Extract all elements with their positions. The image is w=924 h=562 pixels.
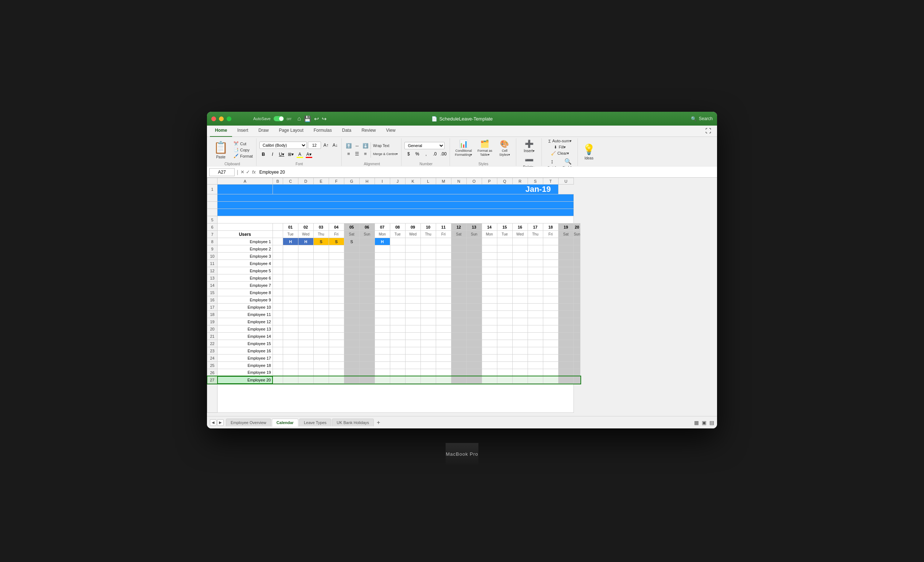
add-sheet-button[interactable]: + <box>375 419 382 427</box>
cell-day-tue2[interactable]: Tue <box>390 231 405 238</box>
increase-decimal-button[interactable]: .00 <box>440 150 447 158</box>
view-break-icon[interactable]: ▤ <box>710 420 714 426</box>
cell-day-wed1[interactable]: Wed <box>298 231 314 238</box>
sheet-nav-left[interactable]: ◀ <box>210 419 216 426</box>
cell-reference-input[interactable] <box>209 168 235 176</box>
clear-button[interactable]: 🧹 Clear▾ <box>550 151 570 156</box>
search-icon[interactable]: 🔍 <box>691 116 697 121</box>
cell-date-19[interactable]: 19 <box>558 224 573 231</box>
align-bottom-button[interactable]: ⬇️ <box>362 142 369 149</box>
comma-button[interactable]: , <box>422 150 430 158</box>
cell-A1[interactable]: ScheduleLeave.com <box>218 185 273 194</box>
formula-input[interactable] <box>258 169 715 175</box>
cell-A27-selected[interactable]: Employee 20 <box>218 377 273 384</box>
maximize-button[interactable] <box>226 117 231 121</box>
cell-B8[interactable] <box>273 238 283 245</box>
cell-day-thu2[interactable]: Thu <box>420 231 436 238</box>
tab-home[interactable]: Home <box>210 126 232 137</box>
col-header-C[interactable]: C <box>283 178 298 185</box>
ribbon-expand-icon[interactable]: ⛶ <box>702 126 714 136</box>
increase-font-button[interactable]: A↑ <box>322 141 330 149</box>
align-right-button[interactable]: ≡ <box>362 150 369 158</box>
cell-day-sun1[interactable]: Sun <box>359 231 375 238</box>
cell-O8[interactable] <box>466 238 482 245</box>
cell-L8[interactable] <box>420 238 436 245</box>
font-family-select[interactable]: Calibri (Body) <box>260 142 307 149</box>
col-header-M[interactable]: M <box>436 178 451 185</box>
cell-date-06[interactable]: 06 <box>359 224 375 231</box>
insert-cells-button[interactable]: ➕ Insert▾ <box>519 138 539 154</box>
col-header-T[interactable]: T <box>543 178 558 185</box>
tab-view[interactable]: View <box>381 126 401 137</box>
col-header-H[interactable]: H <box>359 178 375 185</box>
cell-date-08[interactable]: 08 <box>390 224 405 231</box>
cell-styles-button[interactable]: 🎨 CellStyles▾ <box>495 138 514 158</box>
col-header-U[interactable]: U <box>558 178 573 185</box>
spreadsheet-area[interactable]: A B C D E F G H I J K L M N O <box>207 178 717 416</box>
copy-button[interactable]: 📑 Copy <box>232 147 254 152</box>
redo-icon[interactable]: ↪ <box>322 115 327 122</box>
cut-button[interactable]: ✂️ Cut <box>232 141 254 146</box>
cell-date-13[interactable]: 13 <box>466 224 482 231</box>
number-format-select[interactable]: General <box>404 142 444 149</box>
cancel-formula-icon[interactable]: ✕ <box>240 169 244 175</box>
cell-M8[interactable] <box>436 238 451 245</box>
cell-date-18[interactable]: 18 <box>543 224 558 231</box>
col-header-F[interactable]: F <box>328 178 344 185</box>
cell-J8[interactable] <box>390 238 405 245</box>
fill-button[interactable]: ⬇ Fill▾ <box>553 145 567 150</box>
cell-I8-H[interactable]: H <box>375 238 390 245</box>
sheet-tab-calendar[interactable]: Calendar <box>272 419 298 427</box>
cell-day-fri2[interactable]: Fri <box>436 231 451 238</box>
cell-B1[interactable]: Jan-19 <box>273 185 558 194</box>
cell-date-15[interactable]: 15 <box>497 224 512 231</box>
border-button[interactable]: ⊞▾ <box>287 150 295 158</box>
col-header-S[interactable]: S <box>528 178 543 185</box>
cell-B7[interactable] <box>273 231 283 238</box>
cell-A8[interactable]: Employee 1 <box>218 238 273 245</box>
cell-day-fri3[interactable]: Fri <box>543 231 558 238</box>
cell-date-03[interactable]: 03 <box>314 224 328 231</box>
col-header-I[interactable]: I <box>375 178 390 185</box>
col-header-K[interactable]: K <box>405 178 420 185</box>
tab-data[interactable]: Data <box>337 126 356 137</box>
align-top-button[interactable]: ⬆️ <box>345 142 353 149</box>
cell-G8-sat[interactable]: S <box>344 238 359 245</box>
cell-V8[interactable] <box>573 238 580 245</box>
view-layout-icon[interactable]: ▣ <box>702 420 706 426</box>
col-header-L[interactable]: L <box>420 178 436 185</box>
col-header-Q[interactable]: Q <box>497 178 512 185</box>
cell-A7[interactable]: Users <box>218 231 273 238</box>
view-normal-icon[interactable]: ▦ <box>694 420 699 426</box>
col-header-B[interactable]: B <box>273 178 283 185</box>
cell-day-mon2[interactable]: Mon <box>482 231 497 238</box>
cell-day-tue3[interactable]: Tue <box>497 231 512 238</box>
cell-day-sat3[interactable]: Sat <box>558 231 573 238</box>
cell-date-16[interactable]: 16 <box>512 224 528 231</box>
paste-button[interactable]: 📋 Paste <box>211 140 231 160</box>
cell-K8[interactable] <box>405 238 420 245</box>
align-middle-button[interactable]: ↔ <box>353 142 361 149</box>
cell-C8-H[interactable]: H <box>283 238 298 245</box>
merge-center-button[interactable]: Merge & Centre▾ <box>372 150 399 158</box>
cell-A9[interactable]: Employee 2 <box>218 245 273 253</box>
cell-row5[interactable] <box>218 216 574 224</box>
col-header-G[interactable]: G <box>344 178 359 185</box>
sheet-tab-uk-bank-holidays[interactable]: UK Bank Holidays <box>332 419 374 426</box>
tab-formulas[interactable]: Formulas <box>309 126 337 137</box>
site-link[interactable]: ScheduleLeave.com <box>220 186 270 192</box>
save-icon[interactable]: 💾 <box>304 115 311 122</box>
cell-day-mon1[interactable]: Mon <box>375 231 390 238</box>
format-painter-button[interactable]: 🖌️ Format <box>232 153 254 159</box>
cell-R8[interactable] <box>512 238 528 245</box>
font-color-button[interactable]: A▾ <box>305 150 313 158</box>
underline-button[interactable]: U▾ <box>278 150 286 158</box>
sheet-tab-leave-types[interactable]: Leave Types <box>299 419 331 426</box>
cell-H8-sun[interactable] <box>359 238 375 245</box>
cell-day-sat1[interactable]: Sat <box>344 231 359 238</box>
wrap-text-button[interactable]: Wrap Text <box>372 142 391 149</box>
close-button[interactable] <box>212 117 216 121</box>
cell-day-tue1[interactable]: Tue <box>283 231 298 238</box>
cell-N8[interactable] <box>451 238 466 245</box>
cell-date-14[interactable]: 14 <box>482 224 497 231</box>
